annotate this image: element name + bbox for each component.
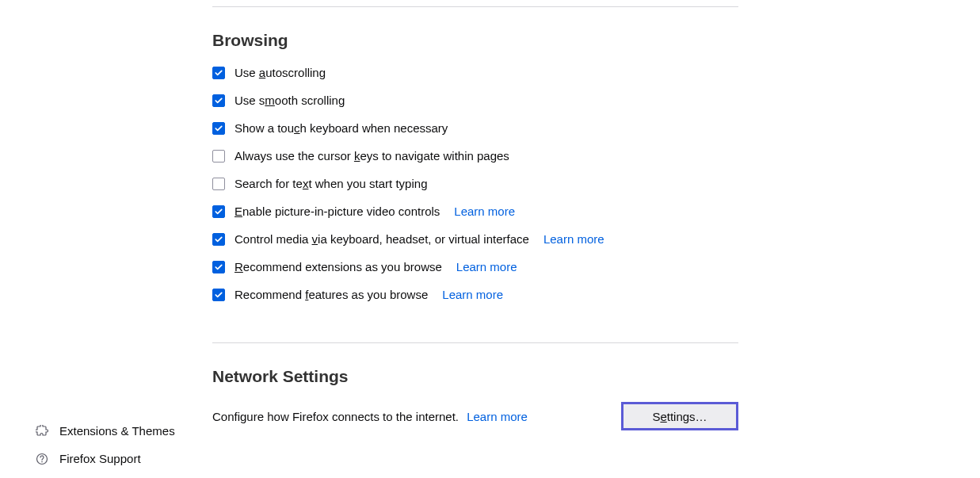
option-label-post: ia keyboard, headset, or virtual interfa… <box>318 232 529 246</box>
option-label[interactable]: Recommend features as you browse <box>235 288 428 301</box>
network-learn-more-link[interactable]: Learn more <box>467 410 528 423</box>
browsing-option-row: Show a touch keyboard when necessary <box>212 121 738 135</box>
checkbox[interactable] <box>212 205 225 218</box>
sidebar-item-extensions[interactable]: Extensions & Themes <box>36 424 175 438</box>
network-description-group: Configure how Firefox connects to the in… <box>212 410 528 423</box>
option-label-post: ecommend extensions as you browse <box>243 260 442 273</box>
sidebar-item-support[interactable]: Firefox Support <box>36 452 175 465</box>
checkbox[interactable] <box>212 261 225 273</box>
checkbox[interactable] <box>212 122 225 135</box>
question-circle-icon <box>36 453 48 465</box>
checkbox[interactable] <box>212 94 225 107</box>
option-label-post: utoscrolling <box>265 66 326 79</box>
option-label-pre: Recommend <box>235 288 305 301</box>
option-label[interactable]: Always use the cursor keys to navigate w… <box>235 149 509 163</box>
option-label[interactable]: Show a touch keyboard when necessary <box>235 121 448 135</box>
browsing-option-row: Recommend extensions as you browseLearn … <box>212 260 738 273</box>
option-label-post: ooth scrolling <box>275 94 345 107</box>
browsing-option-row: Always use the cursor keys to navigate w… <box>212 149 738 163</box>
puzzle-icon <box>36 425 48 438</box>
browsing-option-row: Recommend features as you browseLearn mo… <box>212 288 738 301</box>
browsing-option-row: Use smooth scrolling <box>212 94 738 107</box>
section-divider <box>212 342 738 343</box>
option-label-mnemonic: E <box>235 205 242 218</box>
sidebar-support-label: Firefox Support <box>59 452 141 465</box>
network-settings-button[interactable]: Settings… <box>621 402 738 430</box>
checkbox[interactable] <box>212 289 225 301</box>
network-settings-row: Configure how Firefox connects to the in… <box>212 402 738 430</box>
sidebar-extensions-label: Extensions & Themes <box>59 424 175 438</box>
option-label-post: nable picture-in-picture video controls <box>242 205 440 218</box>
section-divider <box>212 6 738 7</box>
browsing-section-title: Browsing <box>212 31 738 50</box>
option-label-post: eys to navigate within pages <box>360 149 509 163</box>
settings-button-mnemonic: e <box>660 410 666 423</box>
browsing-option-row: Control media via keyboard, headset, or … <box>212 232 738 246</box>
settings-button-pre: S <box>652 410 660 423</box>
option-label[interactable]: Control media via keyboard, headset, or … <box>235 232 529 246</box>
option-label-mnemonic: a <box>259 66 265 79</box>
option-label-post: t when you start typing <box>308 177 427 190</box>
learn-more-link[interactable]: Learn more <box>442 288 503 301</box>
browsing-option-row: Enable picture-in-picture video controls… <box>212 205 738 218</box>
option-label[interactable]: Recommend extensions as you browse <box>235 260 442 273</box>
browsing-options-list: Use autoscrollingUse smooth scrollingSho… <box>212 66 738 301</box>
learn-more-link[interactable]: Learn more <box>456 260 517 273</box>
checkbox[interactable] <box>212 67 225 79</box>
checkbox[interactable] <box>212 233 225 246</box>
checkbox[interactable] <box>212 178 225 190</box>
browsing-option-row: Use autoscrolling <box>212 66 738 79</box>
option-label-pre: Use <box>235 66 259 79</box>
browsing-option-row: Search for text when you start typing <box>212 177 738 190</box>
option-label-mnemonic: R <box>235 260 243 273</box>
option-label-post: eatures as you browse <box>308 288 428 301</box>
option-label-pre: Always use the cursor <box>235 149 354 163</box>
network-section-title: Network Settings <box>212 367 738 386</box>
option-label-post: h keyboard when necessary <box>300 121 448 135</box>
option-label[interactable]: Use smooth scrolling <box>235 94 345 107</box>
option-label-mnemonic: m <box>265 94 275 107</box>
option-label[interactable]: Enable picture-in-picture video controls <box>235 205 440 218</box>
learn-more-link[interactable]: Learn more <box>543 232 604 246</box>
option-label[interactable]: Search for text when you start typing <box>235 177 427 190</box>
svg-point-1 <box>41 461 43 462</box>
sidebar-footer: Extensions & Themes Firefox Support <box>36 424 175 465</box>
option-label-pre: Search for te <box>235 177 303 190</box>
option-label[interactable]: Use autoscrolling <box>235 66 326 79</box>
checkbox[interactable] <box>212 150 225 163</box>
settings-button-post: ttings… <box>667 410 707 423</box>
option-label-mnemonic: c <box>294 121 300 135</box>
network-description: Configure how Firefox connects to the in… <box>212 410 459 423</box>
main-settings-panel: Browsing Use autoscrollingUse smooth scr… <box>212 0 738 430</box>
option-label-mnemonic: v <box>312 232 318 246</box>
option-label-pre: Use s <box>235 94 265 107</box>
option-label-pre: Show a tou <box>235 121 294 135</box>
option-label-pre: Control media <box>235 232 312 246</box>
learn-more-link[interactable]: Learn more <box>454 205 515 218</box>
